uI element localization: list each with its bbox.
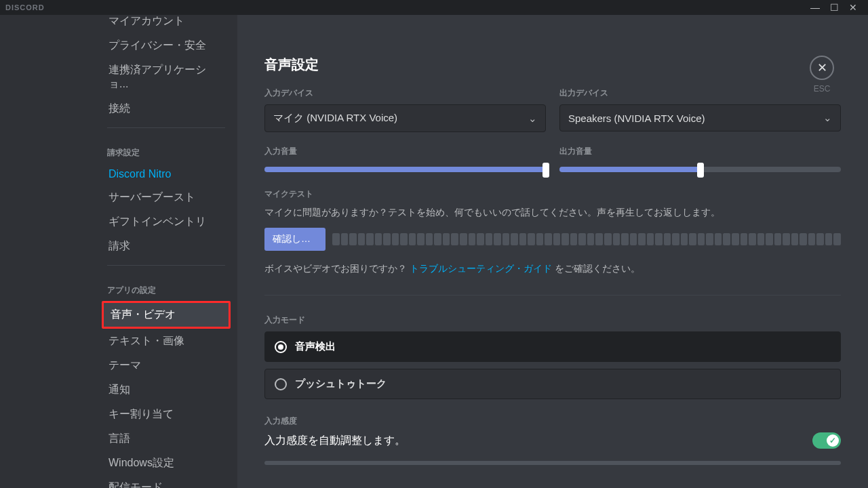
sensitivity-auto-toggle[interactable]: ✓	[812, 432, 841, 449]
close-label: ESC	[810, 84, 834, 94]
sidebar-head-billing: 請求設定	[102, 135, 231, 163]
sidebar-item-theme[interactable]: テーマ	[102, 354, 231, 378]
mic-test-desc: マイクに問題がありますか？テストを始め、何でもいいので話してください。声を再生し…	[264, 205, 841, 220]
titlebar: DISCORD — ☐ ✕	[0, 0, 868, 15]
mic-test-button[interactable]: 確認しまし...	[264, 228, 326, 251]
troubleshoot-text: ボイスやビデオでお困りですか？ トラブルシューティング・ガイド をご確認ください…	[264, 262, 841, 276]
sidebar-divider	[107, 127, 225, 128]
sensitivity-auto-label: 入力感度を自動調整します。	[264, 434, 406, 448]
settings-content: ✕ ESC 音声設定 入力デバイス マイク (NVIDIA RTX Voice)…	[237, 15, 868, 488]
output-device-value: Speakers (NVIDIA RTX Voice)	[568, 113, 705, 124]
output-device-select[interactable]: Speakers (NVIDIA RTX Voice) ⌄	[559, 104, 841, 131]
input-device-value: マイク (NVIDIA RTX Voice)	[273, 112, 397, 125]
mic-test-label: マイクテスト	[264, 188, 841, 200]
close-settings[interactable]: ✕ ESC	[810, 56, 834, 94]
sensitivity-label: 入力感度	[264, 415, 841, 427]
sidebar-item-keybinds[interactable]: キー割り当て	[102, 403, 231, 426]
chevron-down-icon: ⌄	[823, 112, 832, 124]
page-title: 音声設定	[264, 56, 841, 74]
close-icon[interactable]: ✕	[810, 56, 834, 80]
input-mode-label: 入力モード	[264, 314, 841, 326]
input-device-select[interactable]: マイク (NVIDIA RTX Voice) ⌄	[264, 104, 546, 132]
close-window-icon[interactable]: ✕	[844, 0, 863, 15]
radio-icon	[275, 341, 287, 353]
sidebar-item-connections[interactable]: 接続	[102, 97, 231, 121]
sensitivity-bar	[264, 461, 841, 465]
output-volume-slider[interactable]	[559, 167, 841, 172]
radio-icon	[275, 378, 287, 390]
mode-ptt-label: プッシュトゥトーク	[295, 378, 387, 390]
mode-push-to-talk[interactable]: プッシュトゥトーク	[264, 369, 841, 399]
chevron-down-icon: ⌄	[528, 113, 537, 125]
output-volume-label: 出力音量	[559, 146, 841, 157]
sidebar-item-text-image[interactable]: テキスト・画像	[102, 329, 231, 353]
mode-voice-label: 音声検出	[295, 340, 336, 353]
settings-sidebar: マイアカウント プライバシー・安全 連携済アプリケーショ... 接続 請求設定 …	[0, 15, 237, 488]
sidebar-item-gift[interactable]: ギフトインベントリ	[102, 210, 231, 234]
sidebar-item-privacy[interactable]: プライバシー・安全	[102, 34, 231, 58]
sidebar-head-app: アプリの設定	[102, 272, 231, 300]
sidebar-item-windows[interactable]: Windows設定	[102, 451, 231, 475]
sidebar-item-language[interactable]: 言語	[102, 427, 231, 451]
sidebar-item-streamer[interactable]: 配信モード	[102, 476, 231, 488]
sidebar-item-voice-video[interactable]: 音声・ビデオ	[102, 301, 231, 329]
sidebar-item-notifications[interactable]: 通知	[102, 378, 231, 402]
mic-level-meter	[332, 233, 841, 245]
window-controls: — ☐ ✕	[806, 0, 863, 15]
sidebar-item-nitro[interactable]: Discord Nitro	[102, 163, 231, 185]
input-volume-label: 入力音量	[264, 146, 546, 157]
output-device-label: 出力デバイス	[559, 87, 841, 99]
app-brand: DISCORD	[5, 3, 45, 12]
sidebar-item-billing[interactable]: 請求	[102, 235, 231, 258]
troubleshoot-link[interactable]: トラブルシューティング・ガイド	[410, 263, 552, 274]
minimize-icon[interactable]: —	[806, 0, 825, 15]
sidebar-item-account[interactable]: マイアカウント	[102, 15, 231, 33]
divider	[264, 295, 841, 296]
sidebar-divider	[107, 265, 225, 266]
mode-voice-activity[interactable]: 音声検出	[264, 331, 841, 362]
input-device-label: 入力デバイス	[264, 87, 546, 99]
check-icon: ✓	[827, 434, 839, 447]
input-volume-slider[interactable]	[264, 167, 546, 172]
sidebar-item-integrations[interactable]: 連携済アプリケーショ...	[102, 58, 231, 96]
maximize-icon[interactable]: ☐	[825, 0, 844, 15]
sidebar-item-boost[interactable]: サーバーブースト	[102, 186, 231, 209]
